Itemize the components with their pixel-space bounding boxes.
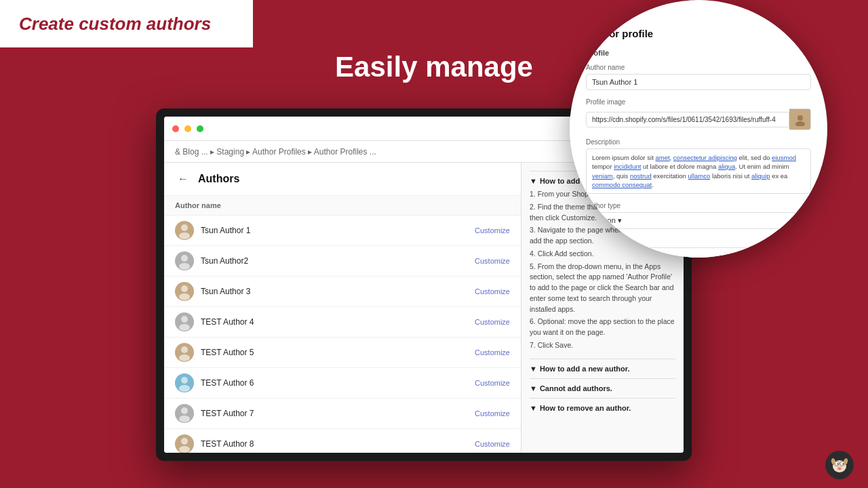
- how-to-step: 4. Click Add section.: [530, 249, 675, 260]
- mag-description-group: Description Lorem ipsum dolor sit amet, …: [586, 138, 811, 194]
- table-row: TEST Author 5Customize: [164, 338, 521, 368]
- authors-header: ← Authors: [164, 163, 521, 196]
- svg-point-15: [179, 446, 190, 453]
- avatar: [175, 221, 194, 240]
- svg-point-32: [837, 464, 839, 465]
- svg-point-11: [179, 385, 190, 392]
- breadcrumb-text: & Blog ... ▸ Staging ▸ Author Profiles ▸…: [175, 147, 376, 157]
- mag-section-label: Profile: [586, 49, 811, 57]
- how-to-step: 6. Optional: move the app section to the…: [530, 317, 675, 338]
- table-header: Author name: [164, 196, 521, 216]
- svg-point-4: [181, 285, 188, 292]
- svg-point-25: [795, 121, 805, 126]
- svg-point-13: [179, 415, 190, 422]
- author-name: TEST Author 6: [201, 378, 468, 388]
- mag-profile-image-thumb: [789, 108, 811, 130]
- mag-profile-image-url[interactable]: https://cdn.shopify.com/s/files/1/0611/3…: [586, 112, 789, 127]
- customize-button[interactable]: Customize: [475, 440, 510, 448]
- header-badge: Create custom authors: [0, 0, 253, 47]
- author-list: Tsun Author 1CustomizeTsun Author2Custom…: [164, 216, 521, 453]
- minimize-dot: [184, 125, 191, 132]
- customize-button[interactable]: Customize: [475, 348, 510, 357]
- mag-title: Author profile: [586, 28, 811, 39]
- table-row: TEST Author 6Customize: [164, 368, 521, 399]
- table-row: TEST Author 7Customize: [164, 399, 521, 429]
- customize-button[interactable]: Customize: [475, 287, 510, 296]
- main-content: ← Authors Author name Tsun Author 1Custo…: [164, 163, 521, 453]
- avatar: [175, 404, 194, 423]
- svg-point-9: [179, 354, 190, 361]
- magnifier-content: rs Stg Author profile Profile Author nam…: [570, 0, 827, 258]
- mag-profile-image-label: Profile image: [586, 98, 811, 106]
- avatar: [175, 434, 194, 453]
- how-to-step: 7. Click Save.: [530, 340, 675, 351]
- accordion-cannot-add: ▼ Cannot add authors.: [530, 378, 675, 398]
- author-name: Tsun Author 1: [201, 226, 468, 235]
- accordion-remove: ▼ How to remove an author.: [530, 398, 675, 418]
- authors-title: Authors: [198, 173, 239, 185]
- svg-point-5: [179, 293, 190, 300]
- author-name: TEST Author 4: [201, 317, 468, 327]
- accordion-new-author: ▼ How to add a new author.: [530, 359, 675, 378]
- mag-author-name-label: Author name: [586, 64, 811, 71]
- customize-button[interactable]: Customize: [475, 226, 510, 235]
- mag-author-type-select-group: Person ▾: [586, 212, 811, 229]
- mag-description-label: Description: [586, 138, 811, 146]
- customize-button[interactable]: Customize: [475, 318, 510, 326]
- mag-profile-image-input: https://cdn.shopify.com/s/files/1/0611/3…: [586, 108, 811, 130]
- mascot-icon: [825, 450, 854, 480]
- table-row: TEST Author 4Customize: [164, 307, 521, 338]
- svg-point-6: [181, 316, 188, 323]
- accordion-remove-title[interactable]: ▼ How to remove an author.: [530, 404, 675, 412]
- avatar: [175, 373, 194, 392]
- svg-point-7: [179, 324, 190, 331]
- svg-point-14: [181, 438, 188, 445]
- author-name: Tsun Author 3: [201, 287, 468, 296]
- customize-button[interactable]: Customize: [475, 409, 510, 418]
- customize-button[interactable]: Customize: [475, 257, 510, 265]
- svg-point-24: [797, 115, 803, 121]
- maximize-dot: [197, 125, 203, 132]
- svg-point-10: [181, 377, 188, 384]
- svg-point-12: [181, 407, 188, 414]
- magnifier-overlay: rs Stg Author profile Profile Author nam…: [570, 0, 827, 258]
- accordion-new-author-title[interactable]: ▼ How to add a new author.: [530, 365, 675, 373]
- accordion-cannot-add-title[interactable]: ▼ Cannot add authors.: [530, 384, 675, 392]
- author-name: TEST Author 5: [201, 348, 468, 357]
- svg-point-3: [179, 263, 190, 270]
- table-row: Tsun Author 1Customize: [164, 216, 521, 246]
- close-dot: [172, 125, 179, 132]
- avatar: [175, 282, 194, 301]
- back-button[interactable]: ←: [175, 171, 191, 187]
- avatar: [175, 312, 194, 331]
- customize-button[interactable]: Customize: [475, 379, 510, 387]
- page-title: Create custom authors: [19, 14, 211, 35]
- mag-author-type-label: Author type: [586, 202, 811, 209]
- author-name: TEST Author 7: [201, 409, 468, 418]
- mag-description-textarea[interactable]: Lorem ipsum dolor sit amet, consectetur …: [586, 148, 811, 194]
- mag-author-name-group: Author name Tsun Author 1: [586, 64, 811, 90]
- avatar: [175, 343, 194, 362]
- table-row: TEST Author 8Customize: [164, 429, 521, 453]
- svg-point-1: [179, 232, 190, 239]
- mag-profile-image-group: Profile image https://cdn.shopify.com/s/…: [586, 98, 811, 130]
- svg-point-2: [181, 255, 188, 262]
- author-name: Tsun Author2: [201, 256, 468, 266]
- table-row: Tsun Author2Customize: [164, 246, 521, 277]
- mag-author-name-input[interactable]: Tsun Author 1: [586, 74, 811, 90]
- mag-author-type-group: Author type Person ▾: [586, 202, 811, 229]
- svg-point-0: [181, 224, 188, 231]
- mag-author-type-select[interactable]: Person ▾: [586, 212, 811, 229]
- how-to-step: 5. From the drop-down menu, in the Apps …: [530, 262, 675, 315]
- svg-point-35: [838, 468, 841, 470]
- avatar: [175, 251, 194, 270]
- svg-point-8: [181, 346, 188, 353]
- mag-top-bar: rs Stg: [586, 14, 811, 21]
- author-name: TEST Author 8: [201, 439, 468, 449]
- table-row: Tsun Author 3Customize: [164, 277, 521, 307]
